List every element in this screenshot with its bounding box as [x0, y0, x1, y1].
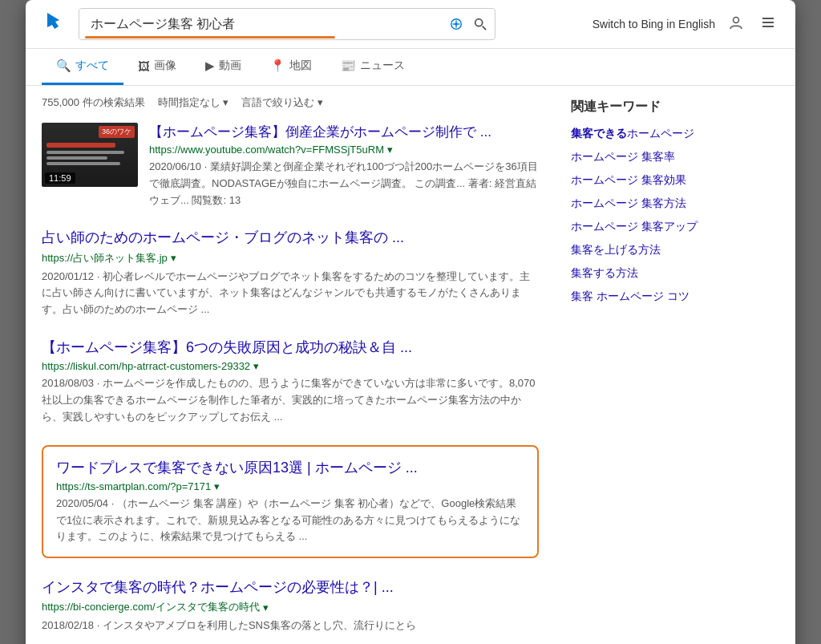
maps-tab-icon: 📍 — [270, 59, 285, 73]
sidebar-item-0[interactable]: 集客できるホームページ — [571, 125, 747, 142]
result-url-1: https://www.youtube.com/watch?v=FFMSSjT5… — [149, 144, 539, 156]
search-result-3: 【ホームページ集客】6つの失敗原因と成功の秘訣＆自 ... https://li… — [42, 338, 539, 426]
tab-all[interactable]: 🔍 すべて — [42, 49, 123, 85]
bing-logo — [42, 10, 66, 39]
result-snippet-3: 2018/08/03 · ホームページを作成したものの、思うように集客ができてい… — [42, 375, 539, 425]
search-button[interactable] — [471, 15, 489, 33]
video-result-content: 【ホームページ集客】倒産企業がホームページ制作で ... https://www… — [149, 123, 539, 209]
svg-point-3 — [455, 22, 458, 26]
results-count: 755,000 件の検索結果 — [42, 95, 145, 110]
highlighted-search-result: ワードプレスで集客できない原因13選 | ホームページ ... https://… — [42, 445, 539, 559]
search-underline — [85, 36, 335, 38]
result-snippet-1: 2020/06/10 · 業績好調企業と倒産企業それぞれ100づつ計200ホーム… — [149, 159, 539, 209]
search-result-video: 11:59 36のワケ 【ホームページ集客】倒産企業がホームページ制作で ...… — [42, 123, 539, 209]
result-title-2[interactable]: 占い師のためのホームページ・ブログのネット集客の ... — [42, 228, 539, 248]
main-content: 755,000 件の検索結果 時間指定なし ▾ 言語で絞り込む ▾ 11: — [26, 86, 795, 644]
result-url-5: https://bi-concierge.com/インスタで集客の時代 ▾ — [42, 600, 539, 614]
results-meta: 755,000 件の検索結果 時間指定なし ▾ 言語で絞り込む ▾ — [42, 95, 539, 110]
result-snippet-4: 2020/05/04 · （ホームページ 集客 講座）や（ホームページ 集客 初… — [56, 496, 524, 545]
search-result-2: 占い師のためのホームページ・ブログのネット集客の ... https://占い師… — [42, 228, 539, 318]
search-result-5: インスタで集客の時代？ホームページの必要性は？| ... https://bi-… — [42, 577, 539, 634]
visual-search-button[interactable] — [447, 15, 465, 33]
result-title-5[interactable]: インスタで集客の時代？ホームページの必要性は？| ... — [42, 577, 539, 597]
account-button[interactable] — [725, 11, 747, 38]
result-snippet-2: 2020/01/12 · 初心者レベルでホームページやブログでネット集客をするた… — [42, 269, 539, 318]
time-filter-button[interactable]: 時間指定なし ▾ — [158, 95, 229, 110]
sidebar-item-4[interactable]: ホームページ 集客アップ — [571, 218, 747, 235]
result-title-3[interactable]: 【ホームページ集客】6つの失敗原因と成功の秘訣＆自 ... — [42, 338, 539, 358]
sidebar-title: 関連キーワード — [571, 99, 747, 115]
videos-tab-icon: ▶ — [205, 59, 215, 73]
video-duration: 11:59 — [45, 172, 75, 184]
search-icon-group — [447, 15, 489, 33]
result-snippet-5: 2018/02/18 · インスタやアメブロを利用したSNS集客の落とし穴、流行… — [42, 618, 539, 634]
tab-videos[interactable]: ▶ 動画 — [191, 49, 256, 85]
header: ホームページ集客 初心者 — [26, 0, 795, 49]
svg-line-5 — [483, 26, 487, 30]
result-url-2: https://占い師ネット集客.jp ▾ — [42, 251, 539, 265]
tab-maps[interactable]: 📍 地図 — [256, 49, 326, 85]
header-right: Switch to Bing in English — [592, 11, 779, 38]
sidebar-item-7[interactable]: 集客 ホームページ コツ — [571, 288, 747, 305]
nav-tabs: 🔍 すべて 🖼 画像 ▶ 動画 📍 地図 📰 ニュース — [26, 49, 795, 86]
sidebar-item-1[interactable]: ホームページ 集客率 — [571, 148, 747, 165]
result-title-1[interactable]: 【ホームページ集客】倒産企業がホームページ制作で ... — [149, 123, 539, 141]
search-tab-icon: 🔍 — [56, 59, 71, 73]
search-bar-wrapper: ホームページ集客 初心者 — [79, 8, 495, 40]
images-tab-icon: 🖼 — [138, 59, 150, 73]
search-input[interactable]: ホームページ集客 初心者 — [79, 8, 495, 40]
tab-images[interactable]: 🖼 画像 — [123, 49, 191, 85]
language-filter-button[interactable]: 言語で絞り込む ▾ — [241, 95, 323, 110]
sidebar: 関連キーワード 集客できるホームページ ホームページ 集客率 ホームページ 集客… — [555, 86, 763, 644]
result-url-4: https://ts-smartplan.com/?p=7171 ▾ — [56, 480, 524, 492]
video-thumbnail[interactable]: 11:59 36のワケ — [42, 123, 138, 187]
tab-news[interactable]: 📰 ニュース — [326, 49, 419, 85]
menu-button[interactable] — [757, 11, 779, 38]
sidebar-item-2[interactable]: ホームページ 集客効果 — [571, 172, 747, 188]
svg-point-4 — [475, 19, 483, 26]
sidebar-item-3[interactable]: ホームページ 集客方法 — [571, 195, 747, 212]
news-tab-icon: 📰 — [341, 59, 356, 73]
sidebar-item-6[interactable]: 集客する方法 — [571, 265, 747, 281]
results-area: 755,000 件の検索結果 時間指定なし ▾ 言語で絞り込む ▾ 11: — [26, 86, 555, 644]
switch-to-bing-label: Switch to Bing in English — [592, 18, 715, 30]
svg-point-6 — [734, 17, 739, 22]
sidebar-item-5[interactable]: 集客を上げる方法 — [571, 241, 747, 258]
result-title-4[interactable]: ワードプレスで集客できない原因13選 | ホームページ ... — [56, 458, 524, 478]
browser-window: ホームページ集客 初心者 — [26, 0, 795, 644]
result-url-3: https://liskul.com/hp-atrract-customers-… — [42, 360, 539, 372]
